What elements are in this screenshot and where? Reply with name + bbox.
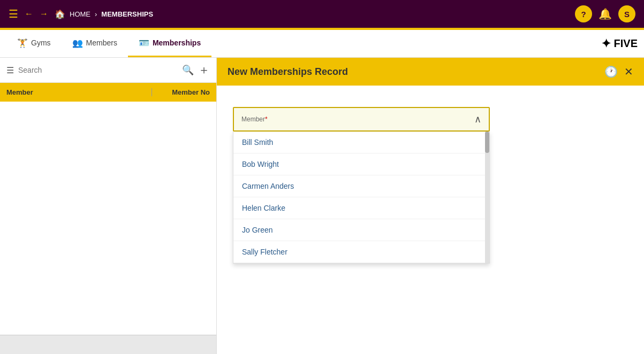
bottom-status-bar [0,335,216,354]
main-content: ☰ 🔍 ＋ Member Member No New Memberships R… [0,58,644,354]
tab-memberships[interactable]: 🪪 Memberships [128,30,211,57]
dropdown-item-bill-smith[interactable]: Bill Smith [233,132,489,153]
history-button[interactable]: 🕐 [604,65,618,78]
left-panel: ☰ 🔍 ＋ Member Member No [0,58,217,354]
back-icon: ← [25,9,33,19]
back-button[interactable]: ← [25,9,33,19]
col-member-no-header: Member No [156,88,210,96]
dropdown-item-carmen-anders[interactable]: Carmen Anders [233,175,489,197]
home-icon: 🏠 [55,9,65,19]
table-header: Member Member No [0,83,216,102]
breadcrumb-home-label[interactable]: HOME [70,10,90,18]
forward-button[interactable]: → [40,9,48,19]
tab-gyms[interactable]: 🏋 Gyms [6,30,62,57]
right-panel: New Memberships Record 🕐 ✕ Member* ∧ Bil… [217,58,644,354]
dropdown-item-sally-fletcher[interactable]: Sally Fletcher [233,241,489,263]
help-button[interactable]: ? [575,5,592,22]
nav-left: ☰ ← → 🏠 HOME › MEMBERSHIPS [9,7,153,20]
tab-bar: 🏋 Gyms 👥 Members 🪪 Memberships ✦ FIVE [0,30,644,58]
search-bar: ☰ 🔍 ＋ [0,58,216,83]
dropdown-scrollbar[interactable] [485,132,489,263]
gyms-icon: 🏋 [17,38,28,48]
search-input[interactable] [18,66,178,74]
member-field-label: Member* [241,116,268,123]
column-divider [151,88,152,96]
table-body [0,102,216,335]
scrollbar-thumb [485,132,489,153]
col-member-header: Member [6,88,147,96]
breadcrumb-separator: › [95,10,97,18]
notifications-button[interactable]: 🔔 [598,7,612,20]
record-body: Member* ∧ Bill Smith Bob Wright Carmen A… [217,86,644,354]
five-logo: ✦ FIVE [601,37,638,51]
close-button[interactable]: ✕ [624,65,633,78]
member-dropdown-list: Bill Smith Bob Wright Carmen Anders Hele… [233,132,490,264]
dropdown-item-bob-wright[interactable]: Bob Wright [233,153,489,175]
members-icon: 👥 [72,38,83,48]
filter-icon[interactable]: ☰ [6,65,14,75]
forward-icon: → [40,9,48,19]
five-logo-text: FIVE [614,37,638,50]
dropdown-item-jo-green[interactable]: Jo Green [233,219,489,241]
dropdown-item-helen-clarke[interactable]: Helen Clarke [233,197,489,219]
tab-gyms-label: Gyms [31,39,51,47]
member-dropdown-trigger[interactable]: Member* ∧ [233,107,490,132]
record-header-icons: 🕐 ✕ [604,65,633,78]
tab-memberships-label: Memberships [153,39,201,47]
chevron-up-icon: ∧ [474,113,481,125]
top-navigation: ☰ ← → 🏠 HOME › MEMBERSHIPS ? 🔔 S [0,0,644,28]
five-logo-icon: ✦ [601,37,611,51]
nav-right: ? 🔔 S [575,5,635,22]
add-record-button[interactable]: ＋ [198,62,210,78]
search-button[interactable]: 🔍 [182,64,194,76]
breadcrumb: 🏠 HOME › MEMBERSHIPS [55,9,153,19]
tabs-container: 🏋 Gyms 👥 Members 🪪 Memberships [6,30,211,57]
required-indicator: * [265,116,268,123]
member-field: Member* ∧ Bill Smith Bob Wright Carmen A… [233,107,490,132]
tab-members-label: Members [86,39,117,47]
hamburger-menu-button[interactable]: ☰ [9,7,18,20]
record-header: New Memberships Record 🕐 ✕ [217,58,644,86]
record-title: New Memberships Record [228,66,348,78]
memberships-icon: 🪪 [139,38,149,48]
hamburger-icon: ☰ [9,7,18,20]
tab-members[interactable]: 👥 Members [62,30,128,57]
breadcrumb-current: MEMBERSHIPS [101,10,153,18]
user-avatar[interactable]: S [618,5,635,22]
